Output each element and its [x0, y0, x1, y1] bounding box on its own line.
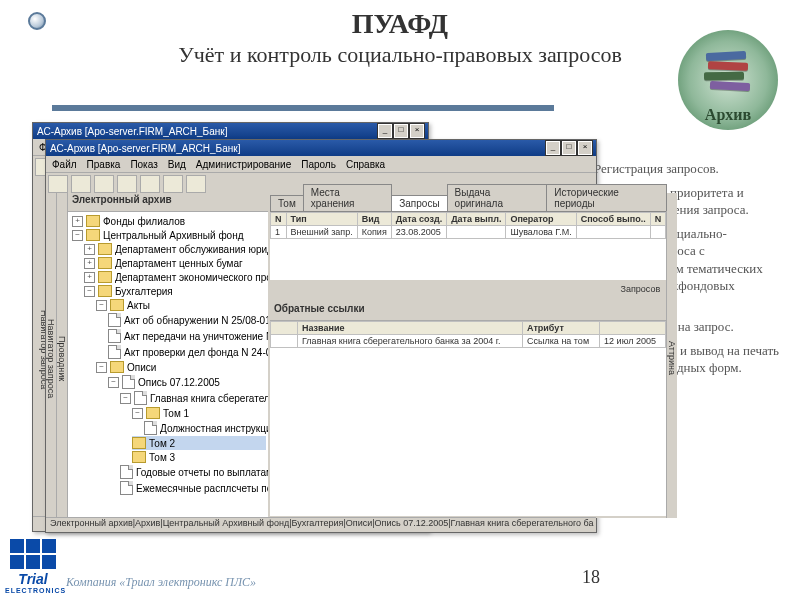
tree-node[interactable]: Должностная инструкция Главного бухгалте… [160, 423, 268, 434]
maximize-button[interactable]: □ [394, 124, 408, 138]
tab-bar: Том Места хранения Запросы Выдача оригин… [270, 193, 666, 212]
folder-icon [86, 229, 100, 241]
tree-node[interactable]: Годовые отчеты по выплатам налогов в бюд… [136, 467, 268, 478]
menu-view[interactable]: Вид [168, 159, 186, 170]
doc-icon [144, 421, 157, 435]
tab-issue[interactable]: Выдача оригинала [447, 184, 548, 211]
nav-left-explorer[interactable]: Проводник [57, 193, 68, 518]
toolbar-btn[interactable] [71, 175, 91, 193]
window-title: АС-Архив [Аpo-server.FIRM_ARCH_Банк] [37, 126, 227, 137]
section-backlinks: Обратные ссылки [270, 302, 666, 321]
folder-icon [110, 299, 124, 311]
tree-node[interactable]: Том 3 [149, 452, 175, 463]
tree-node[interactable]: Акт проверки дел фонда N 24-08/01 от 24.… [124, 347, 268, 358]
tree-node[interactable]: Бухгалтерия [115, 286, 173, 297]
menu-help[interactable]: Справка [346, 159, 385, 170]
close-button[interactable]: × [578, 141, 592, 155]
folder-icon [98, 271, 112, 283]
window-title: АС-Архив [Аpo-server.FIRM_ARCH_Банк] [50, 143, 240, 154]
status-bar: Электронный архив|Архив|Центральный Архи… [46, 517, 596, 532]
nav-right[interactable]: Аттрина [666, 193, 677, 518]
tree-node[interactable]: Акт об обнаружении N 25/08-01 от 25.08.2… [124, 315, 268, 326]
col-name[interactable]: Название [298, 322, 523, 335]
menu-edit[interactable]: Правка [87, 159, 121, 170]
grid-requests[interactable]: N Тип Вид Дата созд. Дата выпл. Оператор… [270, 212, 666, 282]
desc-p1: Регистрация запросов. [594, 160, 780, 178]
folder-icon [98, 285, 112, 297]
tree-header: Электронный архив [68, 193, 268, 212]
menu-show[interactable]: Показ [130, 159, 157, 170]
tab-historical[interactable]: Исторические периоды [546, 184, 667, 211]
col-attr[interactable]: Атрибут [523, 322, 600, 335]
tree-node[interactable]: Описи [127, 362, 156, 373]
slide-bullet [28, 12, 46, 30]
menu-file[interactable]: Файл [52, 159, 77, 170]
menu-admin[interactable]: Администрирование [196, 159, 291, 170]
tree-node[interactable]: Ежемесячные расплсчеты по текущему счету [136, 483, 268, 494]
tree-node[interactable]: Акты [127, 300, 150, 311]
tree-node[interactable]: Департамент обслуживания юридических лиц… [115, 244, 268, 255]
tree-node[interactable]: Фонды филиалов [103, 216, 185, 227]
col-method[interactable]: Способ выпо.. [576, 213, 650, 226]
logo-sub: ELECTRONICS [5, 587, 61, 594]
slide-number: 18 [582, 567, 600, 588]
folder-icon [132, 437, 146, 449]
books-icon [696, 48, 760, 96]
doc-icon [120, 465, 133, 479]
doc-icon [134, 391, 147, 405]
toolbar-btn[interactable] [94, 175, 114, 193]
toolbar-btn[interactable] [163, 175, 183, 193]
tab-storage[interactable]: Места хранения [303, 184, 392, 211]
toolbar-btn[interactable] [140, 175, 160, 193]
col-done[interactable]: Дата выпл. [447, 213, 506, 226]
minimize-button[interactable]: _ [378, 124, 392, 138]
col-date[interactable] [600, 322, 666, 335]
tab-tom[interactable]: Том [270, 195, 304, 211]
tree-node-selected[interactable]: Том 2 [149, 438, 175, 449]
toolbar-btn[interactable] [48, 175, 68, 193]
folder-icon [146, 407, 160, 419]
tree-node[interactable]: Центральный Архивный фонд [103, 230, 244, 241]
col-n[interactable]: N [271, 213, 287, 226]
doc-icon [120, 481, 133, 495]
footer-company: Компания «Триал электроникс ПЛС» [66, 575, 256, 590]
folder-icon [86, 215, 100, 227]
tree-node[interactable]: Том 1 [163, 408, 189, 419]
folder-icon [110, 361, 124, 373]
doc-icon [108, 329, 121, 343]
archive-logo-text: Архив [678, 106, 778, 124]
company-logo: Trial ELECTRONICS [5, 539, 61, 594]
toolbar-btn[interactable] [186, 175, 206, 193]
maximize-button[interactable]: □ [562, 141, 576, 155]
underline-bar [52, 105, 554, 111]
title-bar[interactable]: АС-Архив [Аpo-server.FIRM_ARCH_Банк] _ □… [46, 140, 596, 156]
tree-node[interactable]: Департамент ценных бумаг [115, 258, 243, 269]
menu-password[interactable]: Пароль [301, 159, 336, 170]
doc-icon [108, 313, 121, 327]
archive-logo: Архив [678, 30, 778, 130]
table-row[interactable]: Главная книга сберегательного банка за 2… [271, 335, 666, 348]
col-type[interactable]: Тип [286, 213, 357, 226]
col-operator[interactable]: Оператор [506, 213, 576, 226]
doc-icon [108, 345, 121, 359]
col-icon[interactable] [271, 322, 298, 335]
minimize-button[interactable]: _ [546, 141, 560, 155]
folder-icon [98, 257, 112, 269]
title-bar[interactable]: АС-Архив [Аpo-server.FIRM_ARCH_Банк] _ □… [33, 123, 428, 139]
tree[interactable]: +Фонды филиалов −Центральный Архивный фо… [68, 212, 268, 498]
nav-left-requests[interactable]: Навигатор запроса [46, 193, 57, 518]
folder-icon [132, 451, 146, 463]
close-button[interactable]: × [410, 124, 424, 138]
toolbar-btn[interactable] [117, 175, 137, 193]
grid-backlinks[interactable]: Название Атрибут Главная книга сберегате… [270, 321, 666, 518]
tab-requests[interactable]: Запросы [391, 195, 447, 211]
col-created[interactable]: Дата созд. [391, 213, 446, 226]
menu-bar[interactable]: Файл Правка Показ Вид Администрирование … [46, 156, 596, 173]
table-row[interactable]: 1 Внешний запр. Копия 23.08.2005 Шувалов… [271, 226, 666, 239]
tree-node[interactable]: Главная книга сберегательного банка за 2… [150, 393, 268, 404]
col-kind[interactable]: Вид [357, 213, 391, 226]
col-n2[interactable]: N [650, 213, 666, 226]
tree-node[interactable]: Акт передачи на уничтожение N 22/08-01 о… [124, 331, 268, 342]
tree-node[interactable]: Департамент экономического прогнозирован… [115, 272, 268, 283]
tree-node[interactable]: Опись 07.12.2005 [138, 377, 220, 388]
